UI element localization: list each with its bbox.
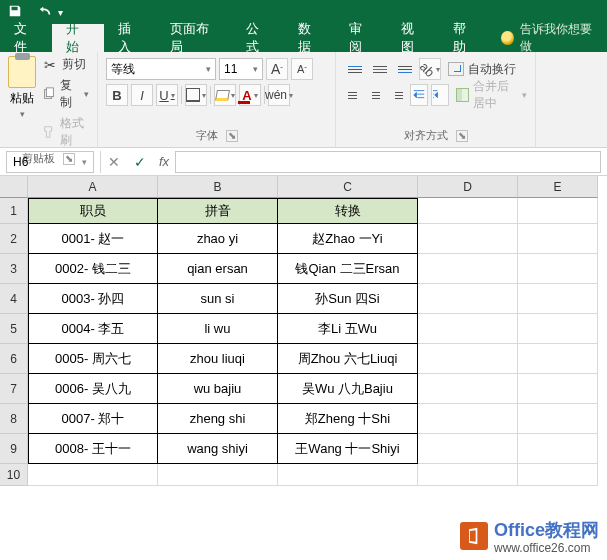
cell[interactable]: 王Wang 十一Shiyi	[278, 434, 418, 464]
align-left-button[interactable]	[344, 84, 363, 106]
cell[interactable]: zhou liuqi	[158, 344, 278, 374]
cell[interactable]	[28, 464, 158, 486]
tab-home[interactable]: 开始	[52, 24, 104, 52]
select-all-corner[interactable]	[0, 176, 28, 198]
alignment-launcher[interactable]: ⬊	[456, 130, 468, 142]
name-box[interactable]: H6 ▾	[6, 151, 94, 173]
cell[interactable]: qian ersan	[158, 254, 278, 284]
row-header[interactable]: 6	[0, 344, 28, 374]
tab-file[interactable]: 文件	[0, 24, 52, 52]
bold-button[interactable]: B	[106, 84, 128, 106]
tab-data[interactable]: 数据	[284, 24, 336, 52]
column-header[interactable]: C	[278, 176, 418, 198]
phonetic-button[interactable]: wén▾	[268, 84, 290, 106]
font-name-combo[interactable]: 等线 ▾	[106, 58, 216, 80]
cell[interactable]	[418, 374, 518, 404]
shrink-font-button[interactable]: Aˇ	[291, 58, 313, 80]
cell[interactable]	[518, 314, 598, 344]
tab-review[interactable]: 审阅	[335, 24, 387, 52]
fx-icon[interactable]: fx	[153, 154, 175, 169]
cell[interactable]: zhao yi	[158, 224, 278, 254]
save-icon[interactable]	[6, 4, 24, 21]
cell[interactable]	[518, 464, 598, 486]
cell[interactable]	[518, 284, 598, 314]
tab-page-layout[interactable]: 页面布局	[156, 24, 232, 52]
row-header[interactable]: 9	[0, 434, 28, 464]
tab-insert[interactable]: 插入	[104, 24, 156, 52]
cell[interactable]: wang shiyi	[158, 434, 278, 464]
row-header[interactable]: 10	[0, 464, 28, 486]
align-middle-button[interactable]	[369, 58, 391, 80]
tab-formulas[interactable]: 公式	[232, 24, 284, 52]
enter-formula-button[interactable]: ✓	[127, 154, 153, 170]
cell[interactable]: zheng shi	[158, 404, 278, 434]
copy-button[interactable]: 复制 ▾	[42, 77, 89, 111]
row-header[interactable]: 7	[0, 374, 28, 404]
qat-customize-icon[interactable]: ▾	[58, 7, 63, 18]
align-top-button[interactable]	[344, 58, 366, 80]
italic-button[interactable]: I	[131, 84, 153, 106]
cell[interactable]: 钱Qian 二三Ersan	[278, 254, 418, 284]
fill-color-button[interactable]: ▾	[214, 84, 236, 106]
column-header[interactable]: A	[28, 176, 158, 198]
font-launcher[interactable]: ⬊	[226, 130, 238, 142]
formula-bar[interactable]	[175, 151, 601, 173]
cell[interactable]: 0008- 王十一	[28, 434, 158, 464]
cell[interactable]: 赵Zhao 一Yi	[278, 224, 418, 254]
align-bottom-button[interactable]	[394, 58, 416, 80]
row-header[interactable]: 2	[0, 224, 28, 254]
cell[interactable]	[418, 254, 518, 284]
orientation-button[interactable]: ab▾	[419, 58, 441, 80]
increase-indent-button[interactable]	[431, 84, 449, 106]
cell[interactable]	[418, 224, 518, 254]
border-button[interactable]: ▾	[185, 84, 207, 106]
cell[interactable]: 郑Zheng 十Shi	[278, 404, 418, 434]
tell-me-search[interactable]: 告诉我你想要做	[491, 24, 607, 52]
font-size-combo[interactable]: 11 ▾	[219, 58, 263, 80]
cell[interactable]	[518, 198, 598, 224]
row-header[interactable]: 8	[0, 404, 28, 434]
cell[interactable]: sun si	[158, 284, 278, 314]
cell[interactable]	[418, 344, 518, 374]
cell[interactable]	[418, 198, 518, 224]
paste-button[interactable]: 粘贴 ▾	[8, 56, 36, 149]
cell[interactable]	[518, 254, 598, 284]
column-header[interactable]: D	[418, 176, 518, 198]
decrease-indent-button[interactable]	[410, 84, 428, 106]
row-header[interactable]: 3	[0, 254, 28, 284]
cell[interactable]	[418, 404, 518, 434]
format-painter-button[interactable]: 格式刷	[42, 115, 89, 149]
cell[interactable]: 周Zhou 六七Liuqi	[278, 344, 418, 374]
wrap-text-button[interactable]: 自动换行	[444, 61, 516, 78]
underline-button[interactable]: U▾	[156, 84, 178, 106]
cell[interactable]	[158, 464, 278, 486]
cell[interactable]: 0006- 吴八九	[28, 374, 158, 404]
row-header[interactable]: 1	[0, 198, 28, 224]
cell[interactable]: 职员	[28, 198, 158, 224]
cell[interactable]: 0002- 钱二三	[28, 254, 158, 284]
cell[interactable]: 0004- 李五	[28, 314, 158, 344]
undo-icon[interactable]	[36, 4, 54, 21]
cell[interactable]	[518, 434, 598, 464]
cell[interactable]: 拼音	[158, 198, 278, 224]
cell[interactable]: 0001- 赵一	[28, 224, 158, 254]
cell[interactable]: 0005- 周六七	[28, 344, 158, 374]
cell[interactable]: li wu	[158, 314, 278, 344]
font-color-button[interactable]: A▾	[239, 84, 261, 106]
cell[interactable]: 0007- 郑十	[28, 404, 158, 434]
cell[interactable]	[278, 464, 418, 486]
cell[interactable]	[418, 284, 518, 314]
merge-center-button[interactable]: 合并后居中 ▾	[452, 78, 527, 112]
cell[interactable]	[418, 434, 518, 464]
cell[interactable]: 吴Wu 八九Bajiu	[278, 374, 418, 404]
cell[interactable]	[418, 314, 518, 344]
cell[interactable]: 孙Sun 四Si	[278, 284, 418, 314]
cell[interactable]: wu bajiu	[158, 374, 278, 404]
cell[interactable]	[518, 374, 598, 404]
grow-font-button[interactable]: Aˆ	[266, 58, 288, 80]
cell[interactable]	[418, 464, 518, 486]
cell[interactable]: 转换	[278, 198, 418, 224]
cell[interactable]	[518, 404, 598, 434]
cell[interactable]	[518, 344, 598, 374]
tab-help[interactable]: 帮助	[439, 24, 491, 52]
